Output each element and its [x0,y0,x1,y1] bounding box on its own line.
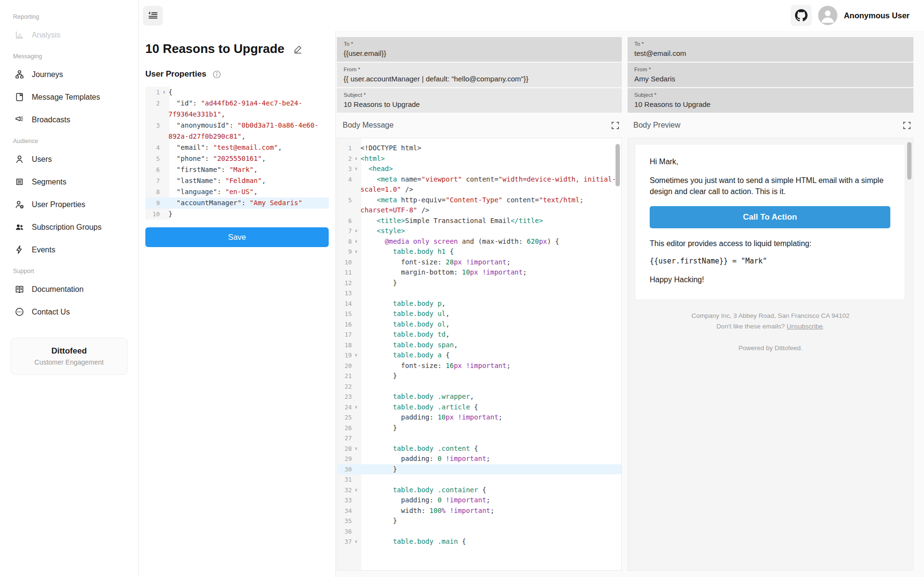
code-line[interactable]: 5 "phone": "2025550161", [145,153,329,164]
fold-chevron-icon[interactable]: ∨ [352,485,360,496]
code-line[interactable]: 34 width: 100% !important; [337,506,621,516]
line-number: 8 [145,186,160,197]
code-line[interactable]: 7∨ <style> [337,226,621,236]
code-line[interactable]: 28∨ table.body .content { [337,444,621,454]
fold-chevron-icon[interactable]: ∨ [352,236,360,247]
sidebar-item-user-properties[interactable]: User Properties [0,193,138,216]
code-editor-scrollbar-thumb[interactable] [616,144,620,186]
github-button[interactable] [791,5,812,26]
code-line[interactable]: 17 table.body td, [337,329,621,340]
line-number: 34 [337,506,352,516]
fold-chevron-icon[interactable]: ∨ [352,226,360,236]
code-line[interactable]: 31 [337,474,621,485]
fold-chevron-icon[interactable]: ∨ [352,402,360,413]
code-line[interactable]: 8∨ @media only screen and (max-width: 62… [337,236,621,247]
code-line[interactable]: 2 "id": "ad44fb62-91a4-4ec7-be24-7f9364e… [145,98,329,120]
fold-chevron-icon[interactable]: ∨ [352,154,360,164]
fold-chevron-icon[interactable]: ∨ [160,87,168,98]
html-code-editor[interactable]: 1<!DOCTYPE html>2∨<html>3∨ <head>4 <meta… [337,138,622,571]
collapse-sidebar-button[interactable] [143,6,163,26]
sidebar-item-segments[interactable]: Segments [0,170,138,193]
code-line[interactable]: 25 padding: 10px !important; [337,412,621,423]
code-line[interactable]: 11 margin-bottom: 10px !important; [337,267,621,278]
fold-chevron-icon[interactable]: ∨ [352,537,360,547]
sidebar-item-broadcasts[interactable]: Broadcasts [0,108,138,131]
code-line[interactable]: 6 "firstName": "Mark", [145,164,329,175]
code-line[interactable]: 16 table.body ol, [337,319,621,330]
expand-body-preview-button[interactable] [902,121,911,130]
sidebar-item-journeys[interactable]: Journeys [0,63,138,86]
preview-scrollbar-thumb[interactable] [907,142,911,180]
expand-body-message-button[interactable] [611,121,620,130]
code-line[interactable]: 30 } [337,464,621,475]
code-line[interactable]: 29 padding: 0 !important; [337,454,621,464]
info-icon[interactable] [212,70,221,79]
user-properties-json-editor[interactable]: 1∨{2 "id": "ad44fb62-91a4-4ec7-be24-7f93… [145,87,329,220]
code-line[interactable]: 18 table.body span, [337,340,621,351]
fold-chevron-icon[interactable]: ∨ [352,164,360,174]
code-text: padding: 0 !important; [360,495,621,506]
from-field[interactable]: From *{{ user.accountManager | default: … [337,63,622,87]
fold-spacer [352,474,360,485]
unsubscribe-link[interactable]: Unsubscribe [787,323,823,330]
fold-chevron-icon[interactable]: ∨ [352,350,360,361]
sidebar-item-subscription-groups[interactable]: Subscription Groups [0,216,138,238]
code-line[interactable]: 36 [337,526,621,537]
fold-spacer [160,209,168,220]
code-line[interactable]: 26 } [337,423,621,433]
code-line[interactable]: 33 padding: 0 !important; [337,495,621,506]
code-line[interactable]: 5 <meta http-equiv="Content-Type" conten… [337,195,621,216]
save-button[interactable]: Save [145,227,329,247]
email-liquid-code: {{user.firstName}} = "Mark" [650,257,890,265]
code-line[interactable]: 20 font-size: 16px !important; [337,361,621,371]
sidebar-item-analysis: Analysis [0,24,138,46]
code-line[interactable]: 37∨ table.body .main { [337,537,621,547]
code-line[interactable]: 9∨ table.body h1 { [337,247,621,257]
sidebar-item-users[interactable]: Users [0,148,138,170]
sidebar-item-contact-us[interactable]: Contact Us [0,301,138,323]
code-line[interactable]: 1∨{ [145,87,329,98]
code-line[interactable]: 13 [337,288,621,299]
code-line[interactable]: 4 "email": "test@email.com", [145,142,329,153]
code-text: "phone": "2025550161", [168,153,329,164]
code-line[interactable]: 1<!DOCTYPE html> [337,143,621,154]
sidebar-item-events[interactable]: Events [0,238,138,261]
code-line[interactable]: 2∨<html> [337,154,621,164]
code-line[interactable]: 23 table.body .wrapper, [337,392,621,402]
code-line[interactable]: 4 <meta name="viewport" content="width=d… [337,174,621,195]
code-line[interactable]: 21 } [337,371,621,381]
code-line[interactable]: 10} [145,209,329,220]
code-line[interactable]: 12 } [337,278,621,288]
code-line[interactable]: 3 "anonymousId": "0b0d3a71-0a86-4e60-892… [145,120,329,142]
code-line[interactable]: 19∨ table.body a { [337,350,621,361]
code-line[interactable]: 6 <title>Simple Transactional Email</tit… [337,216,621,226]
sidebar-item-documentation[interactable]: Documentation [0,278,138,301]
line-number: 9 [337,247,352,257]
sidebar-item-label: Contact Us [32,308,70,316]
call-to-action-button[interactable]: Call To Action [650,206,890,228]
code-line[interactable]: 24∨ table.body .article { [337,402,621,413]
to-field[interactable]: To *{{user.email}} [337,37,622,62]
sidebar-item-message-templates[interactable]: Message Templates [0,86,138,108]
code-line[interactable]: 8 "language": "en-US", [145,186,329,197]
code-line[interactable]: 14 table.body p, [337,299,621,309]
line-number: 4 [145,142,160,153]
line-number: 32 [337,485,352,496]
subject-field[interactable]: Subject *10 Reasons to Upgrade [337,88,622,113]
code-line[interactable]: 35 } [337,516,621,526]
edit-title-button[interactable] [293,44,303,54]
code-line[interactable]: 27 [337,433,621,444]
indent-collapse-icon [148,10,158,21]
code-line[interactable]: 3∨ <head> [337,164,621,174]
code-line[interactable]: 9 "accountManager": "Amy Sedaris" [145,197,329,209]
code-line[interactable]: 32∨ table.body .container { [337,485,621,496]
avatar[interactable] [818,6,837,25]
line-number: 12 [337,278,352,288]
from-field-label: From * [634,66,907,72]
fold-chevron-icon[interactable]: ∨ [352,247,360,257]
code-line[interactable]: 10 font-size: 28px !important; [337,257,621,268]
fold-chevron-icon[interactable]: ∨ [352,444,360,454]
code-line[interactable]: 15 table.body ul, [337,309,621,319]
code-line[interactable]: 22 [337,381,621,392]
code-line[interactable]: 7 "lastName": "Feldman", [145,175,329,186]
